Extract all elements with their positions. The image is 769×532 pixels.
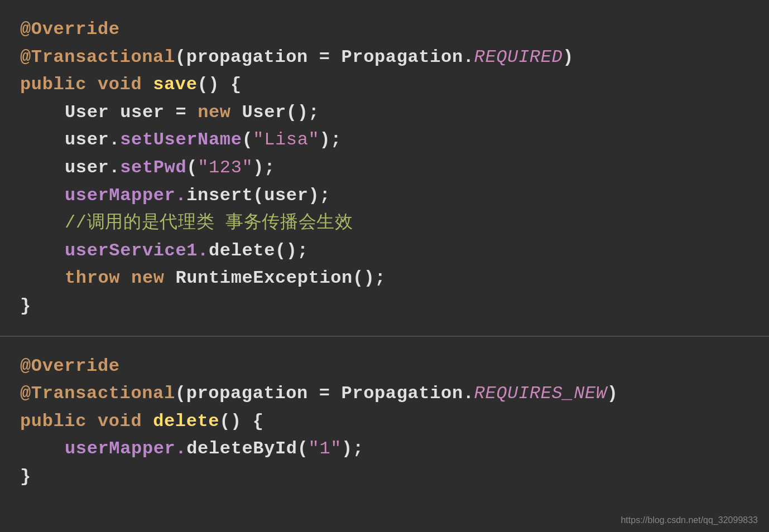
code-line: public void save() { [20,71,749,99]
code-line: User user = new User(); [20,99,749,127]
code-container: @Override@Transactional(propagation = Pr… [0,0,769,532]
code-line: @Override [20,352,749,380]
code-line: } [20,463,749,491]
code-line: } [20,292,749,320]
code-line: public void delete() { [20,408,749,436]
code-line: @Transactional(propagation = Propagation… [20,43,749,71]
watermark: https://blog.csdn.net/qq_32099833 [621,515,758,525]
code-block-1: @Override@Transactional(propagation = Pr… [0,0,769,337]
code-line: user.setPwd("123"); [20,154,749,182]
code-line: @Override [20,16,749,43]
code-line: //调用的是代理类 事务传播会生效 [20,209,749,237]
code-line: userService1.delete(); [20,237,749,265]
code-line: userMapper.deleteById("1"); [20,435,749,463]
code-line: @Transactional(propagation = Propagation… [20,380,749,408]
code-line: throw new RuntimeException(); [20,264,749,292]
code-line: user.setUserName("Lisa"); [20,126,749,154]
code-line: userMapper.insert(user); [20,182,749,210]
code-block-2: @Override@Transactional(propagation = Pr… [0,337,769,532]
